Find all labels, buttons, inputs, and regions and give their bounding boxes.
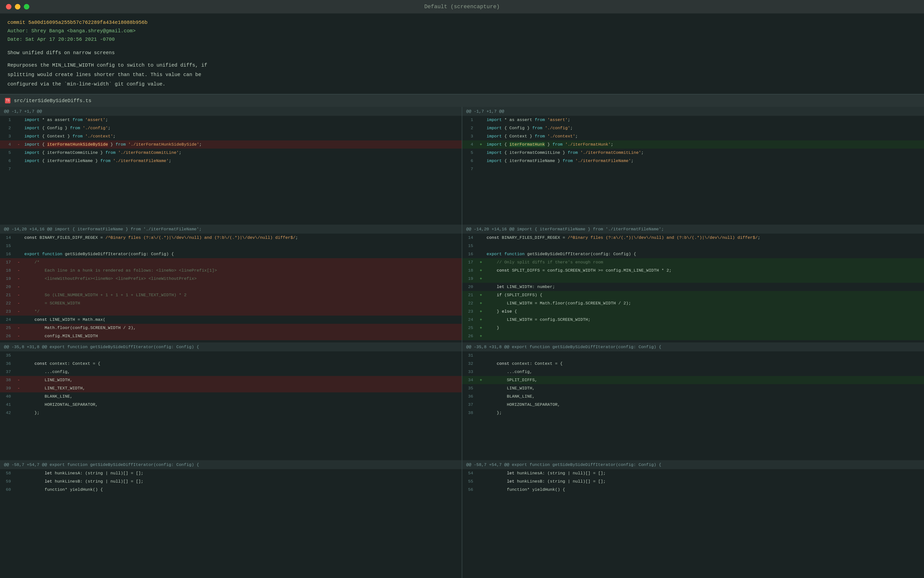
left-pane: @@ -1,7 +1,7 @@ 1 import * as assert fro…	[0, 107, 462, 578]
table-row: 36 const context: Context = {	[0, 360, 462, 368]
table-row: 4 - import { iterFormatHunkSideBySide } …	[0, 140, 462, 149]
commit-author: Author: Shrey Banga <banga.shrey@gmail.c…	[8, 27, 916, 35]
minimize-button[interactable]	[15, 4, 20, 10]
left-hunk2-header: @@ -14,20 +14,16 @@ import { iterFormatF…	[0, 225, 462, 234]
table-row: 16 export function getSideBySideDiffIter…	[0, 250, 462, 258]
table-row: 14 const BINARY_FILES_DIFF_REGEX = /^Bin…	[462, 234, 924, 242]
table-row: 15	[0, 242, 462, 250]
table-row: 20 let LINE_WIDTH: number;	[462, 283, 924, 291]
commit-info: commit 5a00d16095a255b57c762289fa434e180…	[0, 13, 924, 94]
table-row: 21 - So (LINE_NUMBER_WIDTH + 1 + 1 + 1 +…	[0, 291, 462, 299]
table-row: 42 };	[0, 409, 462, 417]
table-row: 6 import { iterFormatFileName } from './…	[462, 157, 924, 165]
left-code-section3: 35 36 const context: Context = { 37 ...c…	[0, 351, 462, 460]
table-row: 7	[462, 165, 924, 173]
table-row: 3 import { Context } from './context';	[0, 132, 462, 140]
commit-date: Date: Sat Apr 17 20:20:56 2021 -0700	[8, 35, 916, 44]
left-code-section1: 1 import * as assert from 'assert'; 2 im…	[0, 116, 462, 225]
left-hunk4-header: @@ -58,7 +54,7 @@ export function getSid…	[0, 460, 462, 469]
right-pane: @@ -1,7 +1,7 @@ 1 import * as assert fro…	[462, 107, 924, 578]
table-row: 20 -	[0, 283, 462, 291]
table-row: 35 LINE_WIDTH,	[462, 384, 924, 392]
table-row: 58 let hunkLinesA: (string | null)[] = […	[0, 469, 462, 477]
table-row: 56 function* yieldHunk() {	[462, 485, 924, 494]
table-row: 23 - */	[0, 307, 462, 316]
table-row: 17 - /*	[0, 258, 462, 266]
file-type-icon: TS	[5, 98, 10, 103]
table-row: 37 ...config,	[0, 368, 462, 376]
titlebar: Default (screencapture)	[0, 0, 924, 13]
table-row: 5 import { iterFormatCommitLine } from '…	[0, 149, 462, 157]
table-row: 38 };	[462, 409, 924, 417]
table-row: 2 import { Config } from './config';	[462, 124, 924, 132]
table-row: 21 + if (SPLIT_DIFFS) {	[462, 291, 924, 299]
table-row: 34 + SPLIT_DIFFS,	[462, 376, 924, 384]
table-row: 32 const context: Context = {	[462, 360, 924, 368]
diff-container: @@ -1,7 +1,7 @@ 1 import * as assert fro…	[0, 107, 924, 578]
table-row: 18 + const SPLIT_DIFFS = config.SCREEN_W…	[462, 266, 924, 274]
right-code-section4: 54 let hunkLinesA: (string | null)[] = […	[462, 469, 924, 578]
table-row: 25 + }	[462, 324, 924, 332]
table-row: 26 - config.MIN_LINE_WIDTH	[0, 332, 462, 340]
right-code-section3: 31 32 const context: Context = { 33 ...c…	[462, 351, 924, 460]
left-hunk1-header: @@ -1,7 +1,7 @@	[0, 107, 462, 116]
file-path: src/iterSideBySideDiffs.ts	[14, 98, 91, 104]
table-row: 16 export function getSideBySideDiffIter…	[462, 250, 924, 258]
table-row: 60 function* yieldHunk() {	[0, 485, 462, 494]
table-row: 14 const BINARY_FILES_DIFF_REGEX = /^Bin…	[0, 234, 462, 242]
left-code-section2: 14 const BINARY_FILES_DIFF_REGEX = /^Bin…	[0, 234, 462, 343]
table-row: 36 BLANK_LINE,	[462, 392, 924, 401]
table-row: 37 HORIZONTAL_SEPARATOR,	[462, 401, 924, 409]
table-row: 24 + LINE_WIDTH = config.SCREEN_WIDTH;	[462, 316, 924, 324]
table-row: 33 ...config,	[462, 368, 924, 376]
table-row: 1 import * as assert from 'assert';	[0, 116, 462, 124]
commit-description: Repurposes the MIN_LINE_WIDTH config to …	[8, 61, 916, 89]
right-code-section1: 1 import * as assert from 'assert'; 2 im…	[462, 116, 924, 225]
table-row: 31	[462, 351, 924, 360]
table-row: 7	[0, 165, 462, 173]
commit-hash: commit 5a00d16095a255b57c762289fa434e180…	[8, 18, 916, 27]
table-row: 1 import * as assert from 'assert';	[462, 116, 924, 124]
maximize-button[interactable]	[24, 4, 29, 10]
table-row: 38 - LINE_WIDTH,	[0, 376, 462, 384]
table-row: 22 + LINE_WIDTH = Math.floor(config.SCRE…	[462, 299, 924, 307]
right-hunk1-header: @@ -1,7 +1,7 @@	[462, 107, 924, 116]
table-row: 19 +	[462, 274, 924, 283]
window-title: Default (screencapture)	[424, 4, 500, 10]
right-hunk4-header: @@ -58,7 +54,7 @@ export function getSid…	[462, 460, 924, 469]
table-row: 17 + // Only split diffs if there's enou…	[462, 258, 924, 266]
table-row: 2 import { Config } from './config';	[0, 124, 462, 132]
right-hunk2-header: @@ -14,20 +14,16 @@ import { iterFormatF…	[462, 225, 924, 234]
table-row: 40 BLANK_LINE,	[0, 392, 462, 401]
left-code-section4: 58 let hunkLinesA: (string | null)[] = […	[0, 469, 462, 578]
table-row: 5 import { iterFormatCommitLine } from '…	[462, 149, 924, 157]
window: Default (screencapture) commit 5a00d1609…	[0, 0, 924, 578]
table-row: 3 import { Context } from './context';	[462, 132, 924, 140]
left-hunk3-header: @@ -35,8 +31,8 @@ export function getSid…	[0, 343, 462, 351]
table-row: 55 let hunkLinesB: (string | null)[] = […	[462, 477, 924, 485]
table-row: 22 - = SCREEN_WIDTH	[0, 299, 462, 307]
table-row: 59 let hunkLinesB: (string | null)[] = […	[0, 477, 462, 485]
table-row: 24 const LINE_WIDTH = Math.max(	[0, 316, 462, 324]
table-row: 19 - <lineWithoutPrefix><lineNo> <linePr…	[0, 274, 462, 283]
table-row: 15	[462, 242, 924, 250]
right-hunk3-header: @@ -35,8 +31,8 @@ export function getSid…	[462, 343, 924, 351]
close-button[interactable]	[6, 4, 11, 10]
commit-message: Show unified diffs on narrow screens	[8, 49, 916, 57]
table-row: 54 let hunkLinesA: (string | null)[] = […	[462, 469, 924, 477]
table-row: 39 - LINE_TEXT_WIDTH,	[0, 384, 462, 392]
table-row: 27 );	[0, 340, 462, 343]
table-row: 4 + import { iterFormatHunk } from './it…	[462, 140, 924, 149]
table-row: 6 import { iterFormatFileName } from './…	[0, 157, 462, 165]
traffic-lights	[6, 4, 29, 10]
table-row: 18 - Each line in a hunk is rendered as …	[0, 266, 462, 274]
table-row: 25 - Math.floor(config.SCREEN_WIDTH / 2)…	[0, 324, 462, 332]
right-code-section2: 14 const BINARY_FILES_DIFF_REGEX = /^Bin…	[462, 234, 924, 343]
file-header: TS src/iterSideBySideDiffs.ts	[0, 94, 924, 107]
table-row: 41 HORIZONTAL_SEPARATOR,	[0, 401, 462, 409]
table-row: 23 + } else {	[462, 307, 924, 316]
table-row: 35	[0, 351, 462, 360]
table-row: 27 const BLANK_LINE = ''.padStart(LINE_W…	[462, 340, 924, 343]
table-row: 26 +	[462, 332, 924, 340]
